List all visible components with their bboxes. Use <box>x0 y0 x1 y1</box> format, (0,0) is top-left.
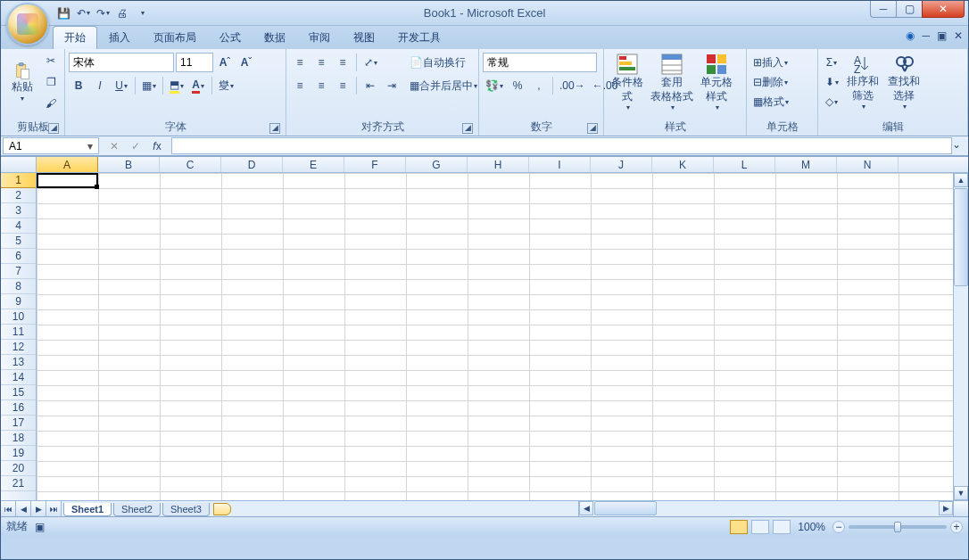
enter-formula-icon[interactable]: ✓ <box>126 138 145 154</box>
expand-formula-icon[interactable]: ⌄ <box>947 136 966 152</box>
next-sheet-icon[interactable]: ▶ <box>31 501 46 516</box>
col-head-B[interactable]: B <box>98 157 160 172</box>
save-icon[interactable]: 💾 <box>54 4 72 22</box>
active-cell[interactable] <box>37 173 98 188</box>
format-painter-icon[interactable]: 🖌 <box>41 94 61 113</box>
col-head-C[interactable]: C <box>160 157 221 172</box>
col-head-F[interactable]: F <box>344 157 406 172</box>
delete-cells-button[interactable]: ⊟删除▾ <box>750 72 813 92</box>
new-sheet-button[interactable] <box>213 503 231 515</box>
row-head-18[interactable]: 18 <box>1 431 36 446</box>
scroll-right-icon[interactable]: ▶ <box>939 501 953 515</box>
number-format-combo[interactable] <box>483 53 597 72</box>
align-middle-icon[interactable]: ≡ <box>311 53 331 72</box>
col-head-H[interactable]: H <box>468 157 529 172</box>
help-icon[interactable]: ◉ <box>906 29 915 42</box>
h-scroll-thumb[interactable] <box>594 501 657 515</box>
fx-icon[interactable]: fx <box>147 138 167 154</box>
row-head-8[interactable]: 8 <box>1 279 36 294</box>
sheet-tab-Sheet3[interactable]: Sheet3 <box>162 503 210 516</box>
col-head-J[interactable]: J <box>591 157 652 172</box>
undo-icon[interactable]: ↶▾ <box>74 4 92 22</box>
accounting-format-icon[interactable]: 💱▾ <box>483 76 506 95</box>
row-head-4[interactable]: 4 <box>1 218 36 234</box>
tab-数据[interactable]: 数据 <box>253 26 297 49</box>
font-size-combo[interactable] <box>176 53 213 72</box>
prev-sheet-icon[interactable]: ◀ <box>16 501 31 516</box>
maximize-button[interactable]: ▢ <box>896 1 923 18</box>
align-right-icon[interactable]: ≡ <box>333 76 352 95</box>
col-head-D[interactable]: D <box>221 157 283 172</box>
format-cells-button[interactable]: ▦格式▾ <box>750 92 813 111</box>
decrease-indent-icon[interactable]: ⇤ <box>360 76 380 95</box>
tab-插入[interactable]: 插入 <box>97 26 142 49</box>
align-top-icon[interactable]: ≡ <box>290 53 310 72</box>
row-head-11[interactable]: 11 <box>1 325 36 340</box>
col-head-I[interactable]: I <box>529 157 591 172</box>
scroll-up-icon[interactable]: ▲ <box>954 173 968 187</box>
copy-icon[interactable]: ❐ <box>41 72 61 92</box>
zoom-in-button[interactable]: + <box>950 521 963 533</box>
percent-format-icon[interactable]: % <box>508 76 527 95</box>
select-all-corner[interactable] <box>1 157 37 172</box>
zoom-slider[interactable] <box>849 525 947 529</box>
close-doc-button[interactable]: ✕ <box>954 29 963 42</box>
cut-icon[interactable]: ✂ <box>41 51 61 70</box>
minimize-button[interactable]: ─ <box>870 1 897 18</box>
col-head-A[interactable]: A <box>37 157 98 172</box>
wrap-text-button[interactable]: 📄自动换行 <box>407 53 484 72</box>
office-button[interactable] <box>6 3 49 45</box>
conditional-format-button[interactable]: 条件格式▾ <box>608 51 647 115</box>
row-head-14[interactable]: 14 <box>1 370 36 385</box>
zoom-level[interactable]: 100% <box>798 521 825 533</box>
row-head-6[interactable]: 6 <box>1 249 36 264</box>
redo-icon[interactable]: ↷▾ <box>94 4 112 22</box>
qat-dropdown-icon[interactable]: ▾ <box>133 4 151 22</box>
comma-format-icon[interactable]: , <box>529 76 549 95</box>
fill-color-button[interactable]: ⬒▾ <box>167 76 186 95</box>
increase-indent-icon[interactable]: ⇥ <box>382 76 402 95</box>
col-head-M[interactable]: M <box>775 157 837 172</box>
row-head-16[interactable]: 16 <box>1 400 36 416</box>
col-head-L[interactable]: L <box>714 157 775 172</box>
row-head-10[interactable]: 10 <box>1 309 36 325</box>
col-head-K[interactable]: K <box>652 157 714 172</box>
autosum-button[interactable]: Σ▾ <box>822 53 841 72</box>
tab-开发工具[interactable]: 开发工具 <box>386 26 452 49</box>
decrease-font-icon[interactable]: Aˇ <box>236 53 256 72</box>
bold-button[interactable]: B <box>69 76 88 95</box>
scroll-left-icon[interactable]: ◀ <box>579 501 593 515</box>
number-dialog-icon[interactable]: ◢ <box>587 123 598 134</box>
tab-页面布局[interactable]: 页面布局 <box>142 26 208 49</box>
minimize-doc-button[interactable]: ─ <box>922 29 930 42</box>
clipboard-dialog-icon[interactable]: ◢ <box>48 123 59 134</box>
v-scroll-thumb[interactable] <box>954 188 968 286</box>
normal-view-icon[interactable] <box>730 520 748 534</box>
row-head-3[interactable]: 3 <box>1 203 36 218</box>
format-table-button[interactable]: 套用 表格格式▾ <box>649 51 695 115</box>
row-head-19[interactable]: 19 <box>1 446 36 461</box>
formula-input[interactable] <box>171 137 952 154</box>
page-break-view-icon[interactable] <box>773 520 791 534</box>
row-head-1[interactable]: 1 <box>1 173 36 188</box>
tab-公式[interactable]: 公式 <box>208 26 253 49</box>
macro-record-icon[interactable]: ▣ <box>35 521 45 533</box>
increase-font-icon[interactable]: Aˆ <box>215 53 235 72</box>
row-head-9[interactable]: 9 <box>1 294 36 309</box>
row-head-2[interactable]: 2 <box>1 188 36 203</box>
col-head-E[interactable]: E <box>283 157 344 172</box>
cancel-formula-icon[interactable]: ✕ <box>104 138 124 154</box>
row-head-12[interactable]: 12 <box>1 340 36 355</box>
orientation-icon[interactable]: ⤢▾ <box>360 53 380 72</box>
qat-custom-icon[interactable]: 🖨 <box>113 4 131 22</box>
col-head-G[interactable]: G <box>406 157 468 172</box>
paste-button[interactable]: 粘贴▾ <box>4 51 39 115</box>
align-left-icon[interactable]: ≡ <box>290 76 310 95</box>
font-color-button[interactable]: A▾ <box>188 76 208 95</box>
increase-decimal-icon[interactable]: .00→ <box>557 76 588 95</box>
border-button[interactable]: ▦▾ <box>139 76 159 95</box>
sort-filter-button[interactable]: AZ 排序和 筛选▾ <box>843 51 882 115</box>
clear-button[interactable]: ◇▾ <box>822 92 841 111</box>
fill-button[interactable]: ⬇▾ <box>822 72 841 92</box>
page-layout-view-icon[interactable] <box>751 520 769 534</box>
